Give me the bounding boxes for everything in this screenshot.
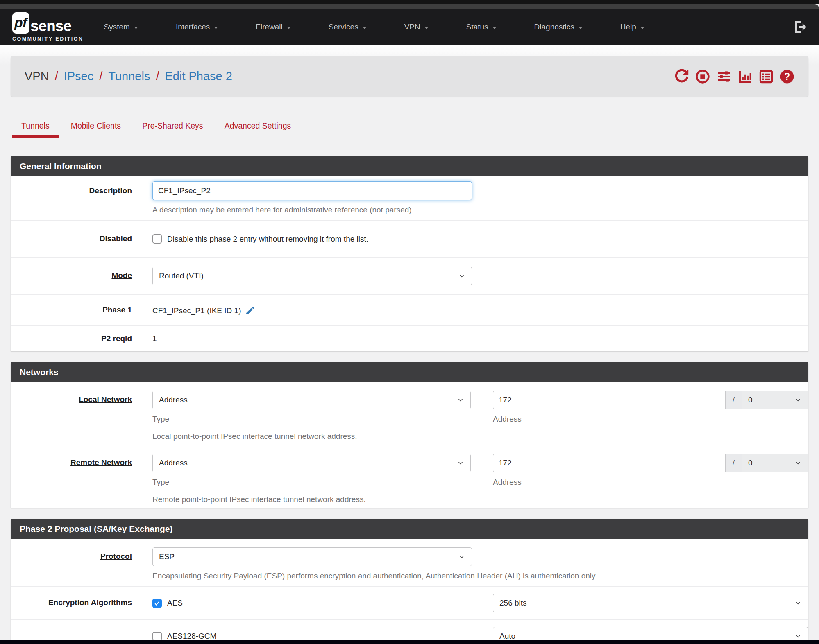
disabled-label: Disabled	[11, 234, 132, 244]
phase2-proposal-panel: Phase 2 Proposal (SA/Key Exchange) Proto…	[11, 519, 808, 644]
chevron-down-icon	[794, 599, 802, 607]
local-network-type-select[interactable]: Address	[152, 391, 471, 409]
aes128-gcm-checkbox[interactable]	[152, 632, 162, 641]
chevron-down-icon	[492, 27, 497, 29]
p2reqid-row: P2 reqid 1	[11, 326, 808, 351]
remote-network-address-caption: Address	[493, 478, 808, 487]
description-help: A description may be entered here for ad…	[152, 206, 808, 215]
top-navbar: pf sense COMMUNITY EDITION System Interf…	[0, 9, 819, 45]
remote-network-prefix-select[interactable]: 0	[742, 454, 808, 472]
aes-keylen-select[interactable]: 256 bits	[493, 594, 808, 612]
encryption-aes-row: Encryption Algorithms AES 256 bits	[11, 587, 808, 620]
menu-system[interactable]: System	[104, 17, 138, 37]
chevron-down-icon	[794, 396, 802, 404]
protocol-select[interactable]: ESP	[152, 547, 472, 566]
main-menu: System Interfaces Firewall Services VPN …	[95, 17, 793, 37]
protocol-row: Protocol ESP Encapsulating Security Payl…	[11, 539, 808, 587]
menu-interfaces[interactable]: Interfaces	[176, 17, 218, 37]
tab-pre-shared-keys[interactable]: Pre-Shared Keys	[132, 115, 214, 138]
remote-network-address-input[interactable]	[493, 454, 726, 472]
community-edition-label: COMMUNITY EDITION	[12, 36, 84, 42]
breadcrumb-link-tunnels[interactable]: Tunnels	[108, 70, 150, 83]
remote-network-type-caption: Type	[152, 478, 471, 487]
page-body: VPN / IPsec / Tunnels / Edit Phase 2	[0, 45, 819, 644]
sign-out-icon	[793, 20, 807, 34]
window-chrome-strip	[0, 4, 819, 9]
remote-network-help: Remote point-to-point IPsec interface tu…	[152, 495, 808, 504]
protocol-label: Protocol	[11, 547, 132, 581]
sliders-icon[interactable]	[716, 69, 732, 84]
local-network-address-input[interactable]	[493, 391, 726, 409]
remote-network-type-select[interactable]: Address	[152, 454, 471, 472]
local-network-address-caption: Address	[493, 415, 808, 424]
disabled-text: Disable this phase 2 entry without remov…	[167, 235, 368, 244]
tab-mobile-clients[interactable]: Mobile Clients	[60, 115, 132, 138]
window-top-edge	[0, 0, 819, 4]
refresh-icon[interactable]	[674, 69, 689, 84]
phase1-row: Phase 1 CF1_IPsec_P1 (IKE ID 1)	[11, 295, 808, 326]
pfsense-logo[interactable]: pf sense COMMUNITY EDITION	[12, 12, 84, 42]
logout-button[interactable]	[793, 20, 807, 34]
aes-label: AES	[167, 599, 183, 608]
menu-status[interactable]: Status	[466, 17, 497, 37]
pencil-icon[interactable]	[245, 305, 255, 316]
cidr-slash-addon: /	[726, 391, 742, 409]
aes-checkbox[interactable]	[152, 599, 162, 608]
chevron-down-icon	[458, 272, 465, 280]
chevron-down-icon	[134, 27, 138, 29]
p2reqid-label: P2 reqid	[11, 334, 132, 343]
networks-panel: Networks Local Network Address Type	[11, 362, 808, 508]
tab-bar: Tunnels Mobile Clients Pre-Shared Keys A…	[11, 97, 808, 138]
menu-firewall[interactable]: Firewall	[256, 17, 290, 37]
remote-network-label: Remote Network	[11, 454, 132, 504]
tab-tunnels[interactable]: Tunnels	[11, 115, 60, 138]
bar-chart-icon[interactable]	[738, 69, 753, 84]
pfsense-edit-phase2-screen: pf sense COMMUNITY EDITION System Interf…	[0, 0, 819, 644]
chevron-down-icon	[794, 633, 802, 640]
chevron-down-icon	[579, 27, 583, 29]
mode-row: Mode Routed (VTI)	[11, 258, 808, 295]
check-icon	[154, 600, 160, 606]
chevron-down-icon	[457, 459, 464, 467]
local-network-row: Local Network Address Type	[11, 382, 808, 445]
local-network-type-caption: Type	[152, 415, 471, 424]
cidr-slash-addon: /	[726, 454, 742, 472]
mode-label: Mode	[11, 267, 132, 285]
tab-advanced-settings[interactable]: Advanced Settings	[214, 115, 302, 138]
menu-diagnostics[interactable]: Diagnostics	[534, 17, 583, 37]
remote-network-row: Remote Network Address Type	[11, 445, 808, 508]
disabled-row: Disabled Disable this phase 2 entry with…	[11, 221, 808, 258]
page-action-icons: ?	[674, 69, 794, 84]
chevron-down-icon	[640, 27, 644, 29]
disabled-checkbox[interactable]	[152, 234, 162, 244]
breadcrumb: VPN / IPsec / Tunnels / Edit Phase 2	[25, 70, 232, 83]
phase1-value: CF1_IPsec_P1 (IKE ID 1)	[152, 306, 241, 315]
local-network-label: Local Network	[11, 391, 132, 441]
general-information-header: General Information	[11, 156, 808, 176]
breadcrumb-link-edit-phase-2[interactable]: Edit Phase 2	[165, 70, 232, 83]
list-log-icon[interactable]	[759, 69, 774, 84]
local-network-prefix-select[interactable]: 0	[742, 391, 808, 409]
svg-text:?: ?	[784, 71, 790, 82]
breadcrumb-link-ipsec[interactable]: IPsec	[64, 70, 94, 83]
menu-vpn[interactable]: VPN	[404, 17, 429, 37]
help-circle-icon[interactable]: ?	[780, 69, 794, 84]
networks-header: Networks	[11, 362, 808, 382]
stop-circle-icon[interactable]	[695, 69, 710, 84]
breadcrumb-panel: VPN / IPsec / Tunnels / Edit Phase 2	[11, 56, 808, 97]
general-information-panel: General Information Description A descri…	[11, 156, 808, 351]
menu-services[interactable]: Services	[329, 17, 367, 37]
phase1-label: Phase 1	[11, 305, 132, 316]
phase2-proposal-header: Phase 2 Proposal (SA/Key Exchange)	[11, 519, 808, 539]
mode-select[interactable]: Routed (VTI)	[152, 267, 472, 285]
chevron-down-icon	[287, 27, 291, 29]
chevron-down-icon	[424, 27, 429, 29]
p2reqid-value: 1	[152, 334, 808, 343]
chevron-down-icon	[363, 27, 367, 29]
bottom-edge-strip	[0, 640, 819, 644]
pfsense-logo-pf: pf	[12, 12, 29, 34]
description-row: Description A description may be entered…	[11, 176, 808, 221]
description-input[interactable]	[152, 181, 472, 200]
local-network-help: Local point-to-point IPsec interface tun…	[152, 432, 808, 441]
menu-help[interactable]: Help	[620, 17, 644, 37]
